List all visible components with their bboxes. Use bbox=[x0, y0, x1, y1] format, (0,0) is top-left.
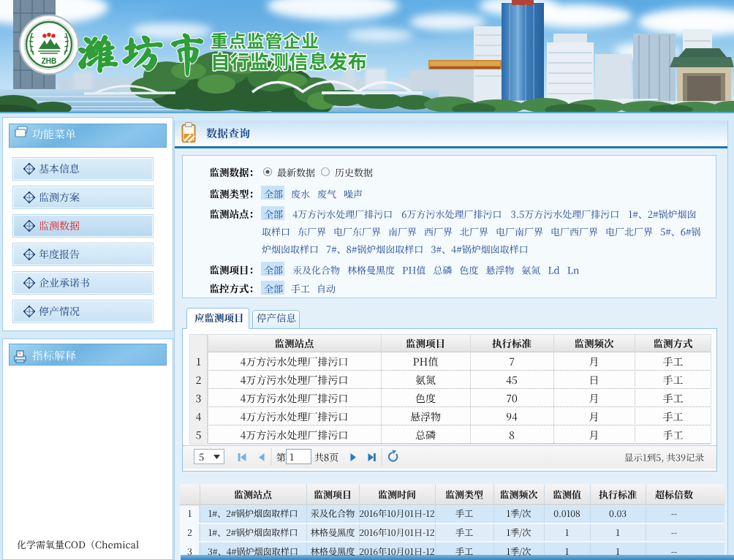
svg-text:ZHB: ZHB bbox=[42, 57, 57, 65]
